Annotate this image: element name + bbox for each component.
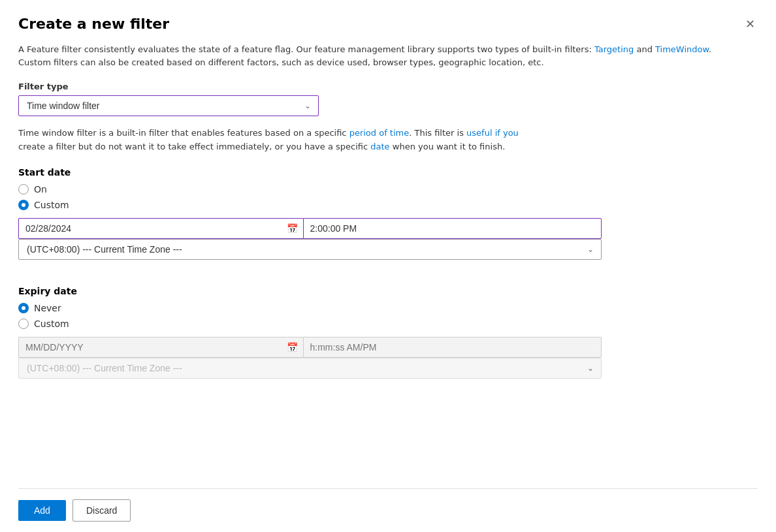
start-date-label: Start date — [18, 167, 758, 178]
description-text-1: A Feature filter consistently evaluates … — [18, 44, 711, 54]
add-button[interactable]: Add — [18, 500, 66, 521]
dialog-description: A Feature filter consistently evaluates … — [18, 43, 758, 69]
dialog-header: Create a new filter ✕ — [18, 16, 758, 33]
filter-type-group: Filter type Time window filter Targeting… — [18, 82, 758, 116]
expiry-never-radio-item[interactable]: Never — [18, 303, 758, 313]
close-button[interactable]: ✕ — [743, 16, 758, 33]
filter-type-select-wrapper: Time window filter Targeting filter Cust… — [18, 95, 319, 116]
start-timezone-select[interactable]: (UTC+08:00) --- Current Time Zone --- (U… — [18, 239, 602, 260]
timewindow-link[interactable]: TimeWindow — [655, 44, 709, 54]
expiry-custom-radio-item[interactable]: Custom — [18, 319, 758, 329]
start-date-input-wrapper: 📅 — [18, 218, 303, 239]
discard-button[interactable]: Discard — [73, 499, 131, 522]
start-date-section: Start date On Custom 📅 (UTC+08:00) --- C… — [18, 167, 758, 275]
expiry-date-section: Expiry date Never Custom 📅 (UTC+08:00) -… — [18, 286, 758, 394]
targeting-link[interactable]: Targeting — [594, 44, 634, 54]
expiry-custom-label: Custom — [34, 319, 69, 329]
start-date-custom-radio[interactable] — [18, 200, 29, 210]
expiry-never-radio[interactable] — [18, 303, 29, 313]
expiry-date-input-wrapper: 📅 — [18, 337, 303, 358]
start-date-input[interactable] — [18, 218, 303, 239]
start-date-on-label: On — [34, 184, 47, 195]
start-date-custom-radio-item[interactable]: Custom — [18, 200, 758, 210]
expiry-date-input[interactable] — [18, 337, 303, 358]
start-date-custom-label: Custom — [34, 200, 69, 210]
filter-type-label: Filter type — [18, 82, 758, 91]
expiry-never-label: Never — [34, 303, 61, 313]
start-date-radio-group: On Custom — [18, 184, 758, 210]
expiry-custom-radio[interactable] — [18, 319, 29, 329]
expiry-timezone-select[interactable]: (UTC+08:00) --- Current Time Zone --- — [18, 358, 602, 379]
expiry-date-label: Expiry date — [18, 286, 758, 296]
start-date-on-radio-item[interactable]: On — [18, 184, 758, 195]
expiry-timezone-wrapper: (UTC+08:00) --- Current Time Zone --- ⌄ — [18, 358, 602, 379]
filter-type-select[interactable]: Time window filter Targeting filter Cust… — [18, 95, 319, 116]
start-time-input[interactable] — [303, 218, 602, 239]
dialog-footer: Add Discard — [18, 488, 758, 532]
filter-type-description: Time window filter is a built-in filter … — [18, 127, 758, 154]
useful-if-you-link[interactable]: useful if you — [466, 128, 519, 138]
expiry-time-input[interactable] — [303, 337, 602, 358]
period-of-time-link[interactable]: period of time — [349, 128, 410, 138]
start-date-time-row: 📅 — [18, 218, 602, 239]
start-timezone-wrapper: (UTC+08:00) --- Current Time Zone --- (U… — [18, 239, 602, 260]
expiry-date-radio-group: Never Custom — [18, 303, 758, 329]
description-text-2: Custom filters can also be created based… — [18, 57, 544, 67]
start-date-on-radio[interactable] — [18, 184, 29, 195]
date-link[interactable]: date — [370, 142, 389, 151]
dialog-title: Create a new filter — [18, 16, 169, 32]
create-filter-dialog: Create a new filter ✕ A Feature filter c… — [0, 0, 776, 532]
expiry-date-time-row: 📅 — [18, 337, 602, 358]
